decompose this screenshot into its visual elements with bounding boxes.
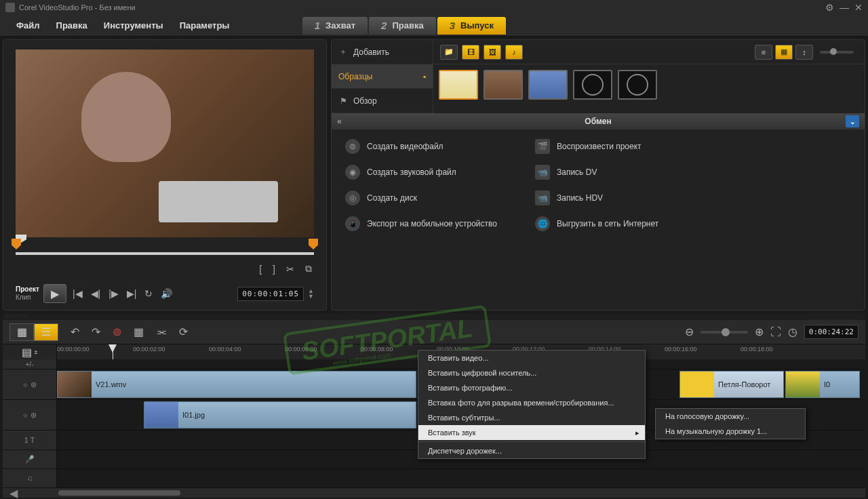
zoom-in-icon[interactable]: ⊕ [755,325,764,338]
create-disc[interactable]: ◎Создать диск [345,191,535,205]
mark-out-button[interactable]: ] [271,264,277,275]
sort-icon[interactable]: ↕ [795,45,813,60]
record-icon[interactable]: ⊚ [113,325,121,338]
preview-timecode[interactable]: 00:00:01:05 [237,287,304,301]
mode-clip[interactable]: Клип [16,294,39,302]
cm-to-voice-track[interactable]: На голосовую дорожку... [656,409,805,424]
mark-out-handle[interactable] [309,239,318,250]
lib-samples[interactable]: Образцы▪ [332,64,433,89]
lib-add[interactable]: ＋Добавить [332,40,433,64]
fit-project-icon[interactable]: ⛶ [770,326,781,338]
cm-insert-digital[interactable]: Вставить цифровой носитель... [418,365,645,380]
timeline-view-icon[interactable]: ☰ [34,323,58,341]
preview-viewport[interactable] [16,49,314,237]
repeat-icon[interactable]: ↻ [142,288,155,299]
app-title: Corel VideoStudio Pro - Без имени [19,3,136,12]
storyboard-view-icon[interactable]: ▦ [9,323,34,341]
create-audio-file[interactable]: ◉Создать звуковой файл [345,165,535,180]
redo-icon[interactable]: ↷ [92,325,100,338]
chevron-left-icon[interactable]: « [337,117,342,126]
go-end-icon[interactable]: ▶| [125,288,139,299]
panel-grip[interactable]: :::::::: [3,313,865,320]
voice-track-label[interactable]: 🎤 [3,450,57,469]
exchange-bar[interactable]: « Обмен ⌄ [332,113,865,129]
timeline-toolbar: ▦ ☰ ↶ ↷ ⊚ ▦ ⫘ ⟳ ⊖ ⊕ ⛶ ◷ 0:00:24:22 [3,320,865,344]
filter-photo-icon[interactable]: 🖼 [484,45,501,60]
lib-thumb[interactable] [573,70,612,100]
lib-overview[interactable]: ⚑Обзор [332,89,433,113]
view-grid-icon[interactable]: ▦ [775,45,793,60]
play-button[interactable]: ▶ [43,284,66,303]
filter-audio-icon[interactable]: ♪ [505,45,523,60]
export-mobile[interactable]: 📱Экспорт на мобильное устройство [345,216,535,231]
video-clip[interactable]: V21.wmv [57,371,416,398]
image-clip-end[interactable]: I0 [785,371,860,398]
upload-web[interactable]: 🌐Выгрузить в сеть Интернет [535,216,851,231]
video-track-label[interactable]: ⟐⊚ [3,370,57,400]
reel-icon: ⊚ [31,380,37,389]
clock-icon[interactable]: ◷ [788,325,797,338]
mark-in-button[interactable]: [ [257,264,264,275]
record-dv[interactable]: 📹Запись DV [535,165,851,180]
record-hdv[interactable]: 📹Запись HDV [535,191,851,205]
thumb-size-slider[interactable] [820,51,854,54]
ruler-tick: 00:00:16:00 [665,346,697,353]
split-icon[interactable]: ⧉ [303,263,314,275]
lib-thumb[interactable] [528,70,568,100]
track-header-tools[interactable]: ▤± [3,344,57,359]
view-list-icon[interactable]: ≡ [755,45,772,60]
project-duration[interactable]: 0:00:24:22 [804,325,859,339]
step-capture[interactable]: 1Захват [302,17,368,35]
step-edit[interactable]: 2Правка [369,17,436,35]
mode-project[interactable]: Проект [16,285,39,294]
cm-insert-timelapse[interactable]: Вставка фото для разрыва времени/стробир… [418,395,645,410]
marker-track-label[interactable]: +/- [3,359,57,370]
panel-grip[interactable]: :::::::: [3,40,326,47]
music-track-label[interactable]: ♫ [3,469,57,488]
step-fwd-icon[interactable]: |▶ [106,288,121,299]
timeline-scrollbar[interactable]: ◀ [3,488,865,498]
settings-icon[interactable]: ⚙ [825,2,834,13]
preview-scrubber[interactable] [16,243,314,260]
undo-icon[interactable]: ↶ [71,325,79,338]
preview-frame [16,49,314,237]
lib-thumb[interactable] [484,70,523,100]
step-back-icon[interactable]: ◀| [89,288,103,299]
cm-to-music-track[interactable]: На музыкальную дорожку 1... [656,424,805,439]
menu-tools[interactable]: Инструменты [96,20,172,31]
cm-insert-audio[interactable]: Вставить звук [418,425,645,440]
image-clip[interactable]: I01.jpg [144,401,416,428]
menu-file[interactable]: Файл [8,20,48,31]
zoom-slider[interactable] [701,331,748,334]
cm-insert-photo[interactable]: Вставить фотографию... [418,380,645,395]
cm-track-manager[interactable]: Диспетчер дорожек... [418,443,645,458]
zoom-out-icon[interactable]: ⊖ [685,325,694,338]
play-project[interactable]: 🎬Воспроизвести проект [535,139,851,154]
menu-params[interactable]: Параметры [172,20,238,31]
title-track-label[interactable]: 1 T [3,431,57,450]
ripple-icon[interactable]: ⟳ [179,325,188,338]
timeline-context-menu: Вставить видео... Вставить цифровой носи… [418,350,646,459]
go-start-icon[interactable]: |◀ [71,288,85,299]
volume-icon[interactable]: 🔊 [159,288,174,299]
lib-thumb[interactable] [439,70,478,100]
audio-wave-icon[interactable]: ⫘ [156,326,167,338]
transition-clip[interactable]: Петля-Поворот [679,371,784,398]
music-track[interactable] [57,469,865,488]
cm-insert-subs[interactable]: Вставить субтитры... [418,410,645,425]
filter-video-icon[interactable]: 🎞 [462,45,479,60]
overlay-track-label[interactable]: ⟐⊛ [3,400,57,431]
minimize-icon[interactable]: — [840,2,849,13]
create-video-file[interactable]: ⊚Создать видеофайл [345,139,535,154]
chevron-down-icon[interactable]: ⌄ [846,115,859,127]
step-share[interactable]: 3Выпуск [437,17,506,35]
ruler-tick: 00:00:06:00 [285,346,317,353]
lib-thumb[interactable] [618,70,657,100]
mark-in-handle[interactable] [12,239,21,250]
cm-insert-video[interactable]: Вставить видео... [418,351,645,365]
fx-icon[interactable]: ▦ [134,325,144,338]
close-icon[interactable]: ✕ [854,2,863,13]
cut-clip-icon[interactable]: ✂ [284,264,296,275]
folder-open-icon[interactable]: 📁 [440,45,458,60]
menu-edit[interactable]: Правка [48,20,96,31]
